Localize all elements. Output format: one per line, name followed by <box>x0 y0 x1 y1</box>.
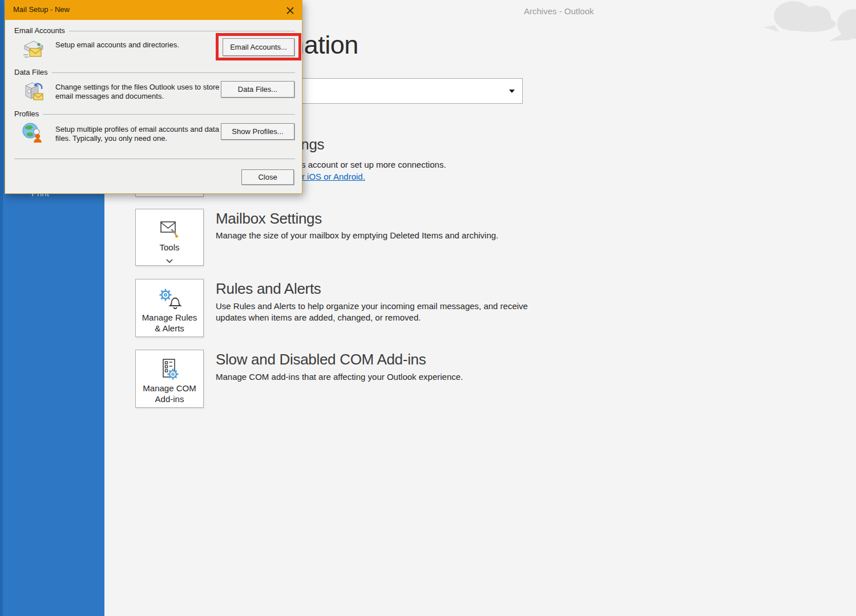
manage-com-addins-label: Manage COM Add-ins <box>136 383 203 404</box>
cloud-decoration <box>756 0 856 54</box>
profiles-description: Setup multiple profiles of email account… <box>55 125 222 143</box>
data-files-group: Data Files <box>14 68 295 76</box>
group-divider <box>43 114 295 115</box>
rules-alerts-heading: Rules and Alerts <box>216 280 321 298</box>
chevron-down-icon <box>136 255 203 265</box>
mailbox-settings-description: Manage the size of your mailbox by empty… <box>216 230 498 241</box>
mailbox-settings-heading: Mailbox Settings <box>216 210 322 228</box>
close-button[interactable]: Close <box>241 169 294 185</box>
dialog-separator <box>14 159 295 159</box>
manage-rules-button[interactable]: Manage Rules & Alerts <box>135 279 204 337</box>
show-profiles-button[interactable]: Show Profiles... <box>221 123 294 140</box>
rules-alerts-description: Use Rules and Alerts to help organize yo… <box>216 301 532 323</box>
data-files-group-label: Data Files <box>14 68 48 76</box>
com-addins-icon <box>136 358 203 383</box>
com-addins-description: Manage COM add-ins that are affecting yo… <box>216 371 463 383</box>
data-files-description: Change settings for the files Outlook us… <box>55 83 222 101</box>
email-accounts-group: Email Accounts <box>14 26 295 35</box>
email-accounts-description: Setup email accounts and directories. <box>55 40 179 50</box>
data-files-button[interactable]: Data Files... <box>221 81 294 98</box>
group-divider <box>69 31 295 31</box>
profiles-icon <box>21 121 45 147</box>
data-files-icon <box>21 80 46 106</box>
outlook-backstage-screen: Print Archives - Outlook Account Informa… <box>0 0 856 616</box>
mailbox-tools-button[interactable]: Tools <box>135 209 204 266</box>
window-title: Archives - Outlook <box>524 6 594 16</box>
profiles-group-label: Profiles <box>14 110 39 118</box>
manage-rules-label: Manage Rules & Alerts <box>136 312 203 334</box>
group-divider <box>52 72 295 73</box>
tools-icon <box>136 217 203 242</box>
dialog-title: Mail Setup - New <box>13 5 70 14</box>
rules-alerts-icon <box>136 287 203 312</box>
tools-label: Tools <box>136 242 203 253</box>
chevron-down-icon <box>509 90 515 93</box>
email-accounts-group-label: Email Accounts <box>14 26 65 35</box>
email-accounts-button[interactable]: Email Accounts... <box>223 38 294 56</box>
email-accounts-icon <box>21 38 46 63</box>
close-icon[interactable] <box>284 4 296 17</box>
dialog-titlebar[interactable]: Mail Setup - New <box>5 0 302 20</box>
manage-com-addins-button[interactable]: Manage COM Add-ins <box>135 350 204 408</box>
profiles-group: Profiles <box>14 110 295 118</box>
mail-setup-dialog: Mail Setup - New Email Accounts <box>5 0 302 194</box>
com-addins-heading: Slow and Disabled COM Add-ins <box>216 351 426 368</box>
